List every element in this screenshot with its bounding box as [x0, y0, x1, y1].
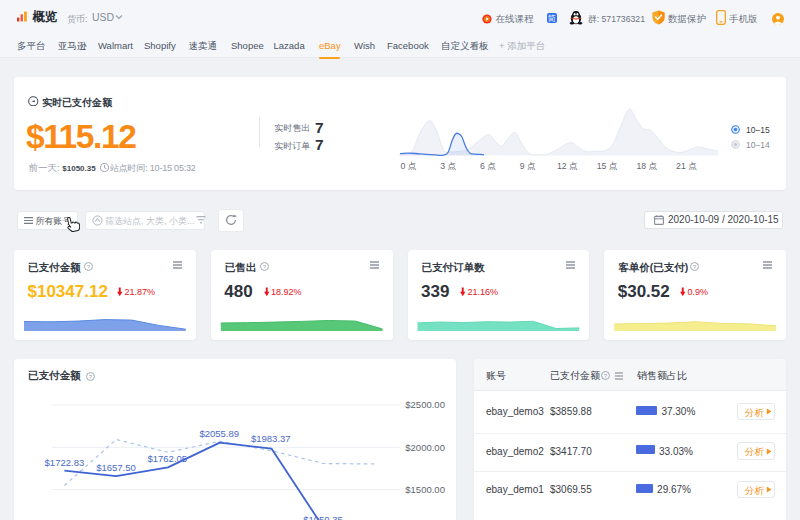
svg-text:$1722.83: $1722.83	[45, 457, 85, 468]
svg-text:$1983.37: $1983.37	[251, 433, 291, 444]
svg-text:$1762.05: $1762.05	[147, 453, 187, 464]
svg-text:$1500.00: $1500.00	[405, 484, 445, 495]
svg-text:$1657.50: $1657.50	[96, 462, 136, 473]
svg-text:$1050.35: $1050.35	[303, 514, 343, 520]
svg-text:$2055.89: $2055.89	[199, 428, 239, 439]
svg-text:?: ?	[604, 373, 608, 379]
svg-text:$2000.00: $2000.00	[405, 442, 445, 453]
svg-text:$2500.00: $2500.00	[405, 399, 445, 410]
